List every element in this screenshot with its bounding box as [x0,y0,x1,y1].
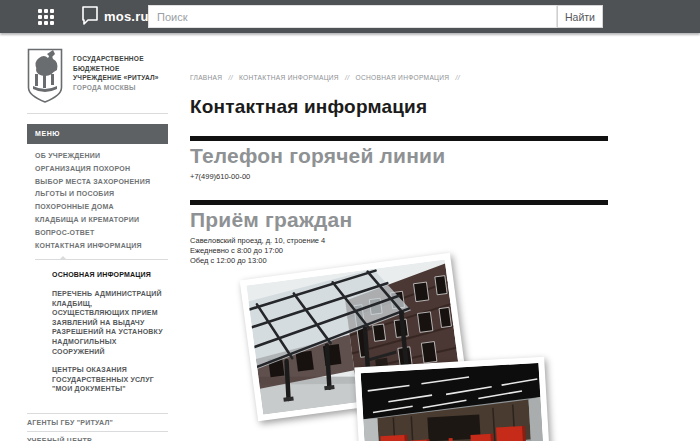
submenu-item-administrations-list[interactable]: ПЕРЕЧЕНЬ АДМИНИСТРАЦИЙ КЛАДБИЩ, ОСУЩЕСТВ… [52,289,168,356]
section-divider-bar [190,136,608,141]
menu-item-funeral-homes[interactable]: ПОХОРОННЫЕ ДОМА [35,201,168,214]
menu-item-faq[interactable]: ВОПРОС-ОТВЕТ [35,227,168,240]
photo-interior-hall [354,357,551,441]
speech-bubble-icon [80,5,100,27]
menu-item-contacts[interactable]: КОНТАКТНАЯ ИНФОРМАЦИЯ [35,240,168,253]
sidebar: ГОСУДАРСТВЕННОЕ БЮДЖЕТНОЕ УЧРЕЖДЕНИЕ «РИ… [27,48,168,441]
menu-item-about[interactable]: ОБ УЧРЕЖДЕНИИ [35,150,168,163]
hotline-details: +7(499)610-00-00 [190,172,608,182]
top-bar: mos.ru Найти [0,0,700,33]
breadcrumb-separator: // [345,74,349,81]
org-name-line: УЧРЕЖДЕНИЕ «РИТУАЛ» [73,73,159,83]
page-title: Контактная информация [190,96,608,118]
breadcrumb-separator: // [229,74,233,81]
search-input[interactable] [148,5,557,28]
menu-item-funeral-organization[interactable]: ОРГАНИЗАЦИЯ ПОХОРОН [35,163,168,176]
breadcrumb-home[interactable]: ГЛАВНАЯ [190,74,222,81]
divider [27,113,168,114]
menu-item-cemeteries[interactable]: КЛАДБИЩА И КРЕМАТОРИИ [35,214,168,227]
menu-item-benefits[interactable]: ЛЬГОТЫ И ПОСОБИЯ [35,188,168,201]
breadcrumb-basic-info[interactable]: ОСНОВНАЯ ИНФОРМАЦИЯ [355,74,449,81]
org-name-line: ГОСУДАРСТВЕННОЕ [73,54,159,64]
org-name-line: ГОРОДА МОСКВЫ [73,83,159,93]
breadcrumb-contact-info[interactable]: КОНТАКТНАЯ ИНФОРМАЦИЯ [239,74,339,81]
apps-grid-icon[interactable] [38,9,54,25]
menu-title-bar[interactable]: МЕНЮ [27,124,168,144]
contacts-submenu: ОСНОВНАЯ ИНФОРМАЦИЯ ПЕРЕЧЕНЬ АДМИНИСТРАЦ… [27,260,168,413]
reception-heading: Приём граждан [190,208,608,232]
org-name: ГОСУДАРСТВЕННОЕ БЮДЖЕТНОЕ УЧРЕЖДЕНИЕ «РИ… [73,48,159,92]
main-menu: ОБ УЧРЕЖДЕНИИ ОРГАНИЗАЦИЯ ПОХОРОН ВЫБОР … [27,144,168,256]
sidebar-item-training-center[interactable]: УЧЕБНЫЙ ЦЕНТР [27,432,168,441]
search-button[interactable]: Найти [557,5,603,28]
org-name-line: БЮДЖЕТНОЕ [73,64,159,74]
mos-ru-logo-text: mos.ru [104,9,149,24]
moscow-coat-of-arms-icon [27,48,63,104]
submenu-item-my-documents-centers[interactable]: ЦЕНТРЫ ОКАЗАНИЯ ГОСУДАРСТВЕННЫХ УСЛУГ "М… [52,365,168,394]
reception-hours: Ежедневно с 8:00 до 17:00 [190,246,608,256]
submenu-pointer [35,259,168,260]
sidebar-item-agents[interactable]: АГЕНТЫ ГБУ "РИТУАЛ" [27,414,168,431]
hotline-heading: Телефон горячей линии [190,144,608,168]
reception-address: Савеловский проезд, д. 10, строение 4 [190,236,608,246]
submenu-item-basic-info[interactable]: ОСНОВНАЯ ИНФОРМАЦИЯ [52,270,168,280]
hotline-phone: +7(499)610-00-00 [190,172,608,182]
section-divider-bar [190,200,608,205]
main-content: ГЛАВНАЯ // КОНТАКТНАЯ ИНФОРМАЦИЯ // ОСНО… [190,74,608,266]
org-header[interactable]: ГОСУДАРСТВЕННОЕ БЮДЖЕТНОЕ УЧРЕЖДЕНИЕ «РИ… [27,48,168,104]
mos-ru-logo[interactable]: mos.ru [80,5,149,27]
menu-item-burial-place[interactable]: ВЫБОР МЕСТА ЗАХОРОНЕНИЯ [35,176,168,189]
breadcrumb: ГЛАВНАЯ // КОНТАКТНАЯ ИНФОРМАЦИЯ // ОСНО… [190,74,608,81]
breadcrumb-separator: // [456,74,460,81]
